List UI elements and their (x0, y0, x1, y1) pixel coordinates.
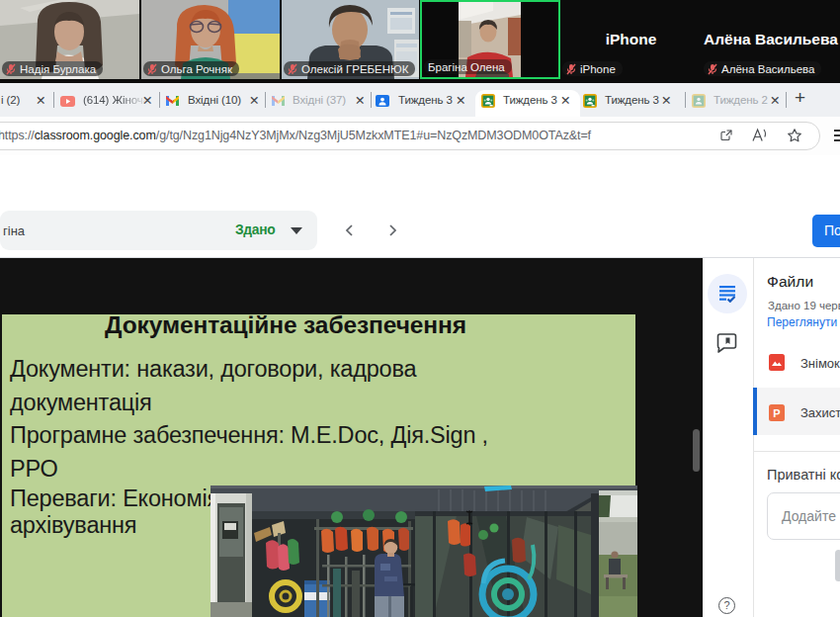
svg-text:P: P (773, 407, 780, 419)
